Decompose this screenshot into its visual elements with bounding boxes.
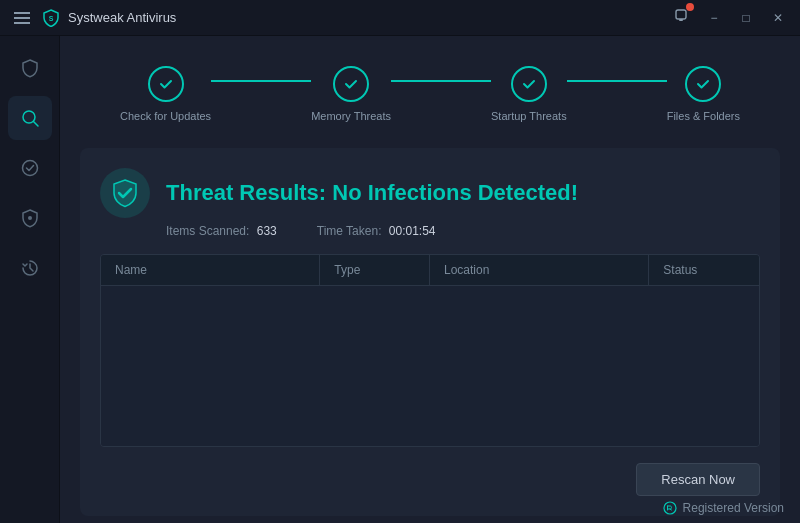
maximize-button[interactable]: □	[732, 6, 760, 30]
rescan-btn-row: Rescan Now	[100, 463, 760, 496]
title-bar: S Systweak Antivirus − □ ✕	[0, 0, 800, 36]
items-scanned-label: Items Scanned:	[166, 224, 249, 238]
step-startup: Startup Threats	[491, 66, 567, 122]
step-line-1	[211, 80, 311, 82]
sidebar-item-check[interactable]	[8, 146, 52, 190]
registered-text: Registered Version	[683, 501, 784, 515]
footer: Registered Version	[663, 501, 784, 515]
window-controls: − □ ✕	[672, 6, 792, 30]
step-line-2	[391, 80, 491, 82]
step-circle-updates	[148, 66, 184, 102]
svg-point-7	[664, 502, 676, 514]
sidebar-item-web-protection[interactable]	[8, 196, 52, 240]
results-table: Name Type Location Status	[100, 254, 760, 447]
sidebar	[0, 36, 60, 523]
close-button[interactable]: ✕	[764, 6, 792, 30]
step-files: Files & Folders	[667, 66, 740, 122]
table-header: Name Type Location Status	[101, 255, 759, 286]
step-line-3	[567, 80, 667, 82]
items-scanned-value: 633	[257, 224, 277, 238]
notification-icon[interactable]	[672, 7, 690, 29]
table-col-name: Name	[101, 255, 320, 285]
step-circle-startup	[511, 66, 547, 102]
progress-steps: Check for Updates Memory Threats Start	[80, 56, 780, 132]
sidebar-item-scan[interactable]	[8, 96, 52, 140]
results-meta: Items Scanned: 633 Time Taken: 00:01:54	[166, 224, 760, 238]
step-updates: Check for Updates	[120, 66, 211, 122]
rescan-now-button[interactable]: Rescan Now	[636, 463, 760, 496]
svg-point-5	[22, 161, 37, 176]
notification-badge	[686, 3, 694, 11]
time-taken: Time Taken: 00:01:54	[317, 224, 436, 238]
main-layout: Check for Updates Memory Threats Start	[0, 36, 800, 523]
results-title-container: Threat Results: No Infections Detected!	[166, 180, 578, 206]
results-header: Threat Results: No Infections Detected!	[100, 168, 760, 218]
results-title-static: Threat Results:	[166, 180, 326, 205]
step-label-startup: Startup Threats	[491, 110, 567, 122]
table-col-type: Type	[320, 255, 430, 285]
table-col-location: Location	[430, 255, 649, 285]
minimize-button[interactable]: −	[700, 6, 728, 30]
sidebar-item-protection[interactable]	[8, 46, 52, 90]
svg-rect-1	[676, 10, 686, 19]
registered-icon	[663, 501, 677, 515]
step-label-updates: Check for Updates	[120, 110, 211, 122]
items-scanned: Items Scanned: 633	[166, 224, 277, 238]
results-title-dynamic: No Infections Detected!	[332, 180, 578, 205]
table-body	[101, 286, 759, 446]
svg-rect-2	[679, 19, 683, 21]
time-taken-label: Time Taken:	[317, 224, 382, 238]
app-logo-icon: S	[42, 9, 60, 27]
main-content: Check for Updates Memory Threats Start	[60, 36, 800, 523]
steps-container: Check for Updates Memory Threats Start	[120, 66, 740, 122]
svg-text:S: S	[49, 15, 54, 22]
hamburger-menu-button[interactable]	[10, 8, 34, 28]
step-circle-files	[685, 66, 721, 102]
step-label-memory: Memory Threats	[311, 110, 391, 122]
svg-line-4	[33, 122, 38, 127]
time-taken-value: 00:01:54	[389, 224, 436, 238]
results-panel: Threat Results: No Infections Detected! …	[80, 148, 780, 516]
step-label-files: Files & Folders	[667, 110, 740, 122]
step-memory: Memory Threats	[311, 66, 391, 122]
table-col-status: Status	[649, 255, 759, 285]
svg-point-6	[28, 216, 32, 220]
results-title: Threat Results: No Infections Detected!	[166, 180, 578, 206]
step-circle-memory	[333, 66, 369, 102]
shield-success-icon	[100, 168, 150, 218]
sidebar-item-boost[interactable]	[8, 246, 52, 290]
title-bar-left: S Systweak Antivirus	[10, 8, 176, 28]
app-title: Systweak Antivirus	[68, 10, 176, 25]
